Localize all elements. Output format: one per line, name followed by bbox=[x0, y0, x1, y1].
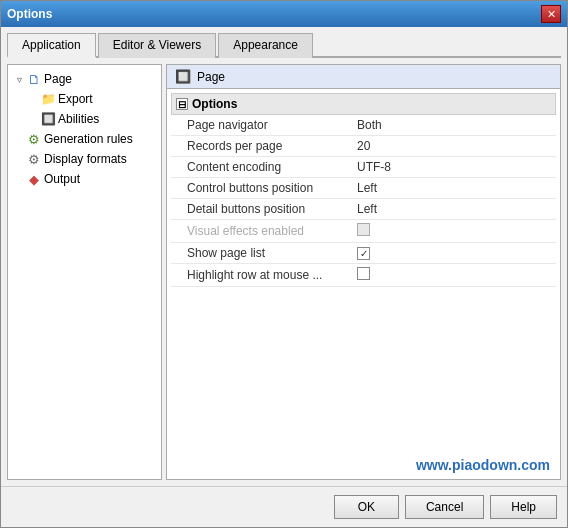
tree-label-abilities: Abilities bbox=[58, 112, 99, 126]
window-title: Options bbox=[7, 7, 52, 21]
tab-appearance[interactable]: Appearance bbox=[218, 33, 313, 58]
export-icon: 📁 bbox=[40, 91, 56, 107]
title-controls: ✕ bbox=[541, 5, 561, 23]
tree-item-abilities[interactable]: 🔲 Abilities bbox=[40, 109, 157, 129]
show-page-list-checkbox[interactable]: ✓ bbox=[357, 247, 370, 260]
ok-button[interactable]: OK bbox=[334, 495, 399, 519]
row-value: Both bbox=[351, 115, 556, 136]
table-row: Page navigator Both bbox=[171, 115, 556, 136]
tree-item-page[interactable]: ▿ 🗋 Page bbox=[12, 69, 157, 89]
right-header-icon: 🔲 bbox=[175, 69, 191, 84]
row-label: Page navigator bbox=[171, 115, 351, 136]
section-toggle[interactable]: ⊟ bbox=[176, 98, 188, 110]
tree-label-generation: Generation rules bbox=[44, 132, 133, 146]
row-checkbox-cell: ✓ bbox=[351, 243, 556, 264]
section-label: Options bbox=[192, 97, 237, 111]
help-button[interactable]: Help bbox=[490, 495, 557, 519]
visual-effects-checkbox[interactable] bbox=[357, 223, 370, 236]
tab-application[interactable]: Application bbox=[7, 33, 96, 58]
title-bar: Options ✕ bbox=[1, 1, 567, 27]
table-row: Highlight row at mouse ... bbox=[171, 264, 556, 287]
options-table: Page navigator Both Records per page 20 … bbox=[171, 115, 556, 287]
main-area: ▿ 🗋 Page 📁 Export 🔲 Abilities ▷ ⚙ bbox=[7, 64, 561, 480]
footer: OK Cancel Help bbox=[1, 486, 567, 527]
row-label: Highlight row at mouse ... bbox=[171, 264, 351, 287]
tree-label-export: Export bbox=[58, 92, 93, 106]
row-label: Visual effects enabled bbox=[171, 220, 351, 243]
options-window: Options ✕ Application Editor & Viewers A… bbox=[0, 0, 568, 528]
row-label: Show page list bbox=[171, 243, 351, 264]
content-area: Application Editor & Viewers Appearance … bbox=[1, 27, 567, 486]
cancel-button[interactable]: Cancel bbox=[405, 495, 484, 519]
section-header: ⊟ Options bbox=[171, 93, 556, 115]
right-panel-header: 🔲 Page bbox=[167, 65, 560, 89]
table-row: Detail buttons position Left bbox=[171, 199, 556, 220]
generation-icon: ⚙ bbox=[26, 131, 42, 147]
tree-item-generation[interactable]: ▷ ⚙ Generation rules bbox=[12, 129, 157, 149]
options-section: ⊟ Options Page navigator Both bbox=[167, 89, 560, 291]
close-button[interactable]: ✕ bbox=[541, 5, 561, 23]
row-checkbox-cell bbox=[351, 264, 556, 287]
abilities-icon: 🔲 bbox=[40, 111, 56, 127]
tree-item-display[interactable]: ▷ ⚙ Display formats bbox=[12, 149, 157, 169]
tab-editor-viewers[interactable]: Editor & Viewers bbox=[98, 33, 216, 58]
table-row: Records per page 20 bbox=[171, 136, 556, 157]
tree-label-output: Output bbox=[44, 172, 80, 186]
row-checkbox-cell bbox=[351, 220, 556, 243]
tree-item-output[interactable]: ▷ ◆ Output bbox=[12, 169, 157, 189]
table-row: Content encoding UTF-8 bbox=[171, 157, 556, 178]
watermark-text: www.piaodown.com bbox=[416, 457, 550, 473]
tree-label-display: Display formats bbox=[44, 152, 127, 166]
table-row: Show page list ✓ bbox=[171, 243, 556, 264]
row-label: Records per page bbox=[171, 136, 351, 157]
display-icon: ⚙ bbox=[26, 151, 42, 167]
tree-item-export[interactable]: 📁 Export bbox=[40, 89, 157, 109]
row-value: Left bbox=[351, 199, 556, 220]
row-label: Control buttons position bbox=[171, 178, 351, 199]
highlight-row-checkbox[interactable] bbox=[357, 267, 370, 280]
watermark-area: www.piaodown.com bbox=[167, 291, 560, 479]
tree-label-page: Page bbox=[44, 72, 72, 86]
row-value: Left bbox=[351, 178, 556, 199]
row-label: Detail buttons position bbox=[171, 199, 351, 220]
output-icon: ◆ bbox=[26, 171, 42, 187]
table-row: Control buttons position Left bbox=[171, 178, 556, 199]
tab-bar: Application Editor & Viewers Appearance bbox=[7, 33, 561, 58]
tree-toggle-page[interactable]: ▿ bbox=[12, 72, 26, 86]
table-row: Visual effects enabled bbox=[171, 220, 556, 243]
row-value: UTF-8 bbox=[351, 157, 556, 178]
right-header-title: Page bbox=[197, 70, 225, 84]
tree-panel: ▿ 🗋 Page 📁 Export 🔲 Abilities ▷ ⚙ bbox=[7, 64, 162, 480]
right-panel: 🔲 Page ⊟ Options Page navigator bbox=[166, 64, 561, 480]
page-icon: 🗋 bbox=[26, 71, 42, 87]
row-label: Content encoding bbox=[171, 157, 351, 178]
row-value: 20 bbox=[351, 136, 556, 157]
